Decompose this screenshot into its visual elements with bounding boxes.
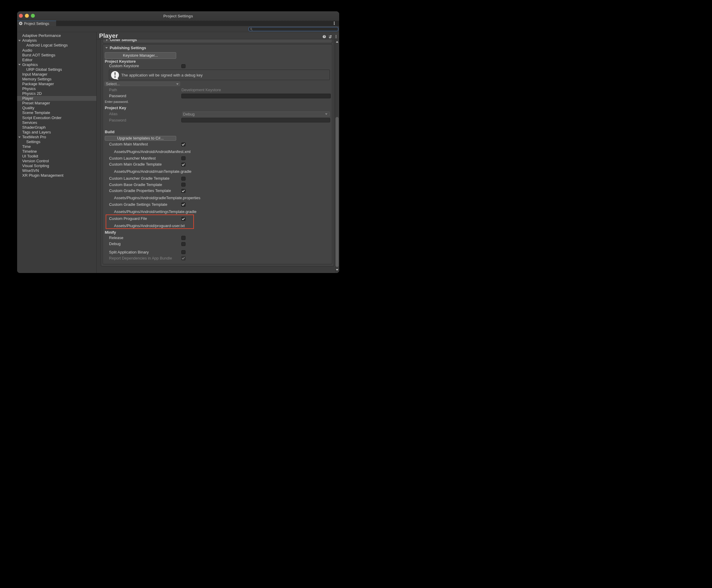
svg-text:?: ?: [324, 36, 325, 38]
